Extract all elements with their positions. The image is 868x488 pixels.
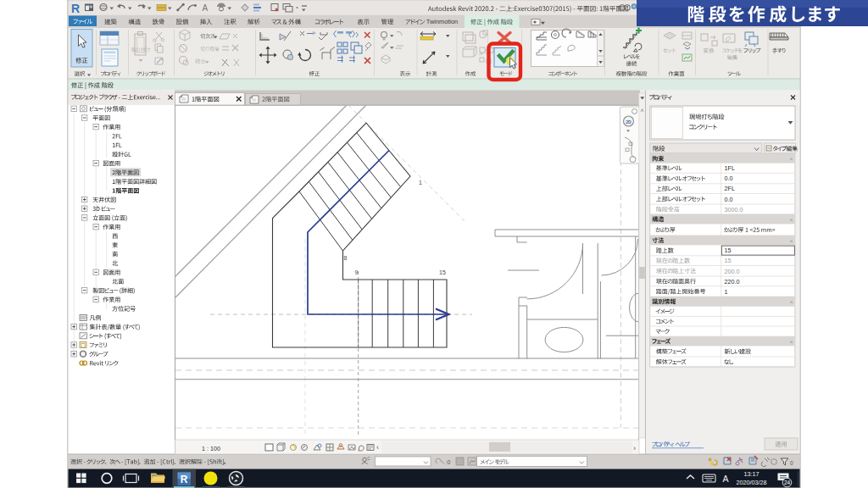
svg-text:1: 1	[419, 180, 422, 186]
svg-text:0: 0	[790, 460, 793, 466]
svg-text:˄: ˄	[790, 340, 793, 345]
svg-text:˄: ˄	[790, 157, 793, 162]
svg-text:A: A	[723, 474, 729, 484]
svg-text:2020/03/28: 2020/03/28	[737, 479, 767, 486]
svg-text:200.0: 200.0	[725, 268, 740, 275]
svg-text:R: R	[181, 474, 188, 485]
svg-text:8: 8	[344, 255, 348, 261]
svg-text:3000.0: 3000.0	[725, 206, 743, 214]
svg-text::0: :0	[446, 459, 451, 465]
svg-text:15: 15	[725, 257, 732, 264]
svg-text:˄: ˄	[790, 239, 793, 244]
svg-text:220.0: 220.0	[725, 278, 740, 286]
svg-text:‹: ‹	[376, 443, 379, 452]
svg-text:2FL: 2FL	[725, 185, 735, 192]
svg-text:15: 15	[439, 269, 446, 275]
svg-text:13:17: 13:17	[744, 470, 760, 478]
svg-text:R: R	[71, 2, 80, 15]
svg-text:Twinmotion: Twinmotion	[426, 18, 458, 25]
svg-text:9: 9	[355, 269, 359, 275]
svg-text:A: A	[203, 3, 209, 13]
svg-text:˄: ˄	[641, 108, 644, 114]
svg-text:24: 24	[784, 480, 791, 485]
svg-text:›: ›	[633, 444, 636, 452]
svg-text:1 : 100: 1 : 100	[202, 445, 220, 452]
svg-text:0.0: 0.0	[725, 175, 733, 182]
svg-text:2D: 2D	[626, 119, 632, 125]
svg-text:15: 15	[725, 247, 732, 254]
svg-text:1FL: 1FL	[725, 164, 735, 172]
svg-text:˄: ˄	[790, 218, 793, 223]
svg-text:0.0: 0.0	[725, 196, 733, 203]
svg-text:1: 1	[725, 288, 728, 296]
svg-text:˄: ˄	[790, 300, 793, 305]
